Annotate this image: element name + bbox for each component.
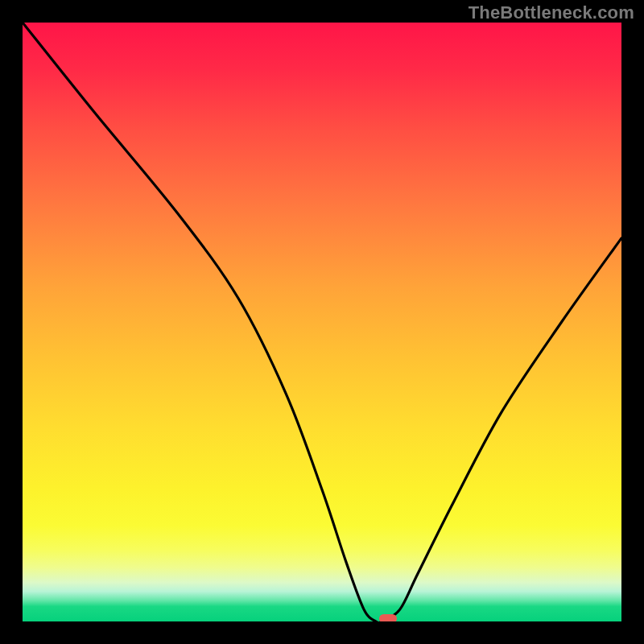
outer-frame: TheBottleneck.com [0,0,644,644]
plot-area [23,23,621,621]
watermark-text: TheBottleneck.com [469,2,634,23]
bottleneck-curve [23,23,621,621]
optimal-point-marker [379,614,397,621]
